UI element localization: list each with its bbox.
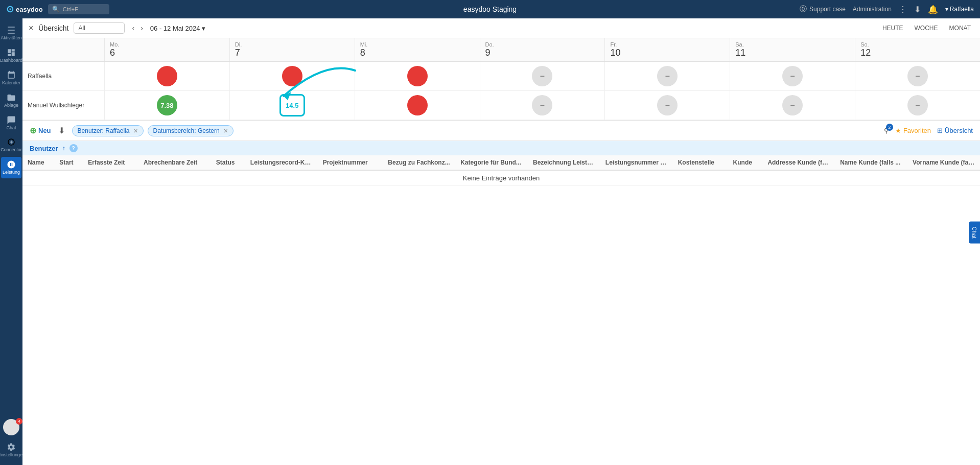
- list-section: ⊕ Neu ⬇ Benutzer: Raffaella × Datumsbere…: [22, 121, 980, 465]
- sidebar-item-ablage[interactable]: Ablage: [1, 90, 21, 111]
- chat-panel-tab[interactable]: Chat: [969, 221, 980, 243]
- notifications-icon[interactable]: 🔔: [928, 5, 938, 14]
- cell-1-0[interactable]: 7.38: [104, 91, 229, 120]
- time-badge-1-3[interactable]: –: [532, 95, 552, 115]
- search-bar[interactable]: 🔍 Ctrl+F: [48, 4, 109, 14]
- more-menu-icon[interactable]: ⋮: [899, 5, 907, 14]
- time-badge-0-0[interactable]: [157, 66, 177, 86]
- download-icon[interactable]: ⬇: [914, 5, 921, 14]
- avatar-container[interactable]: 4: [1, 419, 21, 435]
- time-badge-0-4[interactable]: –: [657, 66, 678, 86]
- date-dropdown-icon: ▾: [202, 25, 205, 32]
- day-header-5: Sa. 11: [730, 38, 855, 61]
- plus-icon: ⊕: [30, 126, 36, 135]
- topbar-right: ⓪ Support case Administration ⋮ ⬇ 🔔 ▾ Ra…: [800, 5, 974, 14]
- sidebar: Aktivitäten Dashboard Kalender Ablage Ch…: [0, 18, 22, 465]
- filter-user-remove[interactable]: ×: [133, 127, 137, 135]
- week-button[interactable]: WOCHE: [912, 23, 941, 33]
- app-title: easydoo Staging: [463, 5, 517, 13]
- filter-date-remove[interactable]: ×: [224, 127, 228, 135]
- col-name-kunde[interactable]: Name Kunde (falls ...: [835, 155, 907, 170]
- sidebar-item-connector[interactable]: Connector: [1, 134, 21, 156]
- time-badge-1-6[interactable]: –: [907, 95, 928, 115]
- next-week-button[interactable]: ›: [138, 23, 145, 33]
- cell-1-5[interactable]: –: [730, 91, 855, 120]
- col-start[interactable]: Start: [54, 155, 83, 170]
- new-entry-button[interactable]: ⊕ Neu: [30, 126, 51, 135]
- col-bezug[interactable]: Bezug zu Fachkonz...: [383, 155, 455, 170]
- admin-label: Administration: [853, 6, 892, 13]
- support-case-button[interactable]: ⓪ Support case: [800, 5, 846, 14]
- cell-1-2[interactable]: [355, 91, 480, 120]
- settings-icon: [7, 443, 16, 452]
- time-badge-0-3[interactable]: –: [532, 66, 552, 86]
- cell-1-1[interactable]: 14.5: [229, 91, 355, 120]
- cell-0-5[interactable]: –: [730, 62, 855, 90]
- col-kostenstelle[interactable]: Kostenstelle: [673, 155, 728, 170]
- calendar-row-1: Manuel Wullschleger 7.38 14.5 –: [22, 91, 980, 120]
- close-button[interactable]: ×: [29, 24, 33, 33]
- sidebar-item-dashboard[interactable]: Dashboard: [1, 45, 21, 66]
- col-vorname-kunde[interactable]: Vorname Kunde (fal...: [907, 155, 980, 170]
- col-name[interactable]: Name: [22, 155, 54, 170]
- time-badge-1-2[interactable]: [407, 95, 428, 115]
- col-addresse[interactable]: Addresse Kunde (fal...: [762, 155, 835, 170]
- sidebar-item-aktivitaten[interactable]: Aktivitäten: [1, 22, 21, 44]
- table-body: Keine Einträge vorhanden: [22, 170, 980, 186]
- app-logo[interactable]: ⊙ easydoo: [6, 4, 43, 15]
- time-badge-1-5[interactable]: –: [782, 95, 803, 115]
- cell-0-4[interactable]: –: [604, 62, 730, 90]
- group-help-icon[interactable]: ?: [69, 144, 78, 152]
- col-kategorie[interactable]: Kategorie für Bund...: [455, 155, 528, 170]
- favorites-button[interactable]: ★ Favoriten: [895, 127, 931, 134]
- favorites-label: Favoriten: [903, 127, 931, 134]
- cell-0-0[interactable]: [104, 62, 229, 90]
- cell-0-3[interactable]: –: [480, 62, 605, 90]
- download-button[interactable]: ⬇: [55, 125, 68, 136]
- time-badge-1-1[interactable]: 14.5: [279, 94, 305, 117]
- calendar-section: × Übersicht ‹ › 06 - 12 Mai 2024 ▾ HEUTE…: [22, 18, 980, 121]
- col-projektnummer[interactable]: Projektnummer: [318, 155, 383, 170]
- sort-up-icon[interactable]: ↑: [62, 145, 65, 152]
- cell-0-1[interactable]: [229, 62, 355, 90]
- col-leistungsnummer[interactable]: Leistungsnummer L...: [600, 155, 673, 170]
- calendar-filter-input[interactable]: [74, 22, 125, 34]
- filter-tag-user: Benutzer: Raffaella ×: [72, 125, 144, 136]
- overview-button[interactable]: ⊞ Übersicht: [937, 127, 973, 134]
- col-abrechenbare-zeit[interactable]: Abrechenbare Zeit: [138, 155, 211, 170]
- col-kunde[interactable]: Kunde: [728, 155, 763, 170]
- col-bezeichnung[interactable]: Bezeichnung Leistü...: [528, 155, 600, 170]
- row-label-1: Manuel Wullschleger: [22, 98, 104, 113]
- time-badge-0-1[interactable]: [282, 66, 302, 86]
- connector-icon: [7, 137, 16, 147]
- today-button[interactable]: HEUTE: [879, 23, 906, 33]
- sidebar-bottom: 4 Einstellungen: [1, 419, 21, 461]
- col-status[interactable]: Status: [211, 155, 245, 170]
- time-badge-1-4[interactable]: –: [657, 95, 678, 115]
- time-badge-1-0[interactable]: 7.38: [157, 95, 177, 115]
- cell-1-4[interactable]: –: [604, 91, 730, 120]
- cell-0-6[interactable]: –: [855, 62, 980, 90]
- time-badge-0-2[interactable]: [407, 66, 428, 86]
- toolbar-right: ⚲ 2 ★ Favoriten ⊞ Übersicht: [884, 127, 973, 134]
- user-menu[interactable]: ▾ Raffaella: [945, 6, 974, 13]
- ablage-icon: [7, 93, 16, 102]
- sidebar-item-einstellungen[interactable]: Einstellungen: [1, 439, 21, 461]
- filter-button[interactable]: ⚲ 2: [884, 127, 889, 134]
- sidebar-item-kalender[interactable]: Kalender: [1, 67, 21, 89]
- grid-icon: ⊞: [937, 127, 943, 134]
- date-range[interactable]: 06 - 12 Mai 2024 ▾: [150, 25, 206, 32]
- month-button[interactable]: MONAT: [946, 23, 974, 33]
- cell-0-2[interactable]: [355, 62, 480, 90]
- sidebar-item-chat[interactable]: Chat: [1, 112, 21, 134]
- col-erfasste-zeit[interactable]: Erfasste Zeit: [83, 155, 138, 170]
- time-badge-0-5[interactable]: –: [782, 66, 803, 86]
- administration-button[interactable]: Administration: [853, 6, 892, 13]
- col-leistungsrecord[interactable]: Leistungsrecord-Ka...: [245, 155, 318, 170]
- cell-1-3[interactable]: –: [480, 91, 605, 120]
- sidebar-item-leistung[interactable]: Leistung: [1, 157, 21, 178]
- cell-1-6[interactable]: –: [855, 91, 980, 120]
- list-toolbar: ⊕ Neu ⬇ Benutzer: Raffaella × Datumsbere…: [22, 121, 980, 141]
- prev-week-button[interactable]: ‹: [130, 23, 136, 33]
- time-badge-0-6[interactable]: –: [907, 66, 928, 86]
